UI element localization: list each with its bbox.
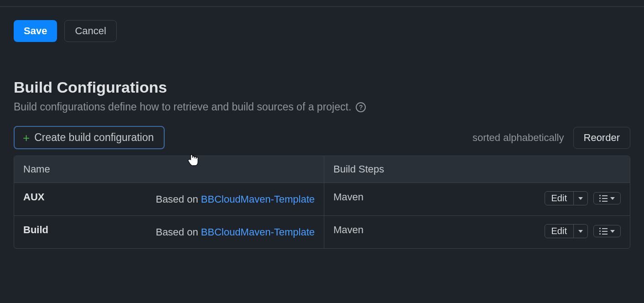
sort-label: sorted alphabetically: [473, 132, 564, 144]
list-menu-button[interactable]: [593, 225, 621, 237]
section-title: Build Configurations: [14, 78, 630, 96]
edit-dropdown-button[interactable]: [573, 225, 587, 238]
plus-icon: +: [23, 132, 30, 144]
table-header: Name Build Steps: [14, 156, 630, 183]
create-build-configuration-button[interactable]: + Create build configuration: [14, 126, 165, 149]
list-icon: [599, 195, 608, 202]
form-actions: Save Cancel: [14, 20, 630, 42]
create-build-configuration-label: Create build configuration: [34, 131, 154, 144]
top-divider: [0, 6, 644, 7]
based-on-prefix: Based on: [156, 193, 201, 205]
cell-steps: Maven Edit: [324, 216, 630, 248]
cell-name: AUX Based on BBCloudMaven-Template: [14, 183, 324, 215]
help-icon[interactable]: ?: [356, 102, 366, 112]
edit-button[interactable]: Edit: [545, 225, 573, 238]
save-button[interactable]: Save: [14, 20, 57, 42]
column-header-name: Name: [14, 156, 324, 183]
section-description: Build configurations define how to retri…: [14, 101, 630, 113]
row-actions: Edit: [545, 224, 621, 238]
row-actions: Edit: [545, 191, 621, 205]
config-name-link[interactable]: Build: [23, 224, 48, 236]
steps-text: Maven: [333, 191, 364, 203]
template-link[interactable]: BBCloudMaven-Template: [201, 193, 315, 205]
column-header-steps: Build Steps: [324, 156, 630, 183]
edit-button-group: Edit: [545, 224, 588, 238]
build-configurations-table: Name Build Steps AUX Based on BBCloudMav…: [14, 156, 630, 249]
table-row: AUX Based on BBCloudMaven-Template Maven…: [14, 183, 630, 216]
list-icon: [599, 228, 608, 235]
sort-controls: sorted alphabetically Reorder: [473, 127, 630, 149]
based-on-prefix: Based on: [156, 226, 201, 238]
chevron-down-icon: [610, 230, 615, 233]
config-name-link[interactable]: AUX: [23, 191, 44, 203]
edit-button[interactable]: Edit: [545, 192, 573, 205]
section-description-text: Build configurations define how to retri…: [14, 101, 351, 113]
chevron-down-icon: [578, 230, 583, 233]
reorder-button[interactable]: Reorder: [573, 127, 630, 149]
based-on-text: Based on BBCloudMaven-Template: [156, 191, 315, 207]
edit-button-group: Edit: [545, 191, 588, 205]
cancel-button[interactable]: Cancel: [64, 20, 116, 42]
steps-text: Maven: [333, 224, 364, 236]
cell-steps: Maven Edit: [324, 183, 630, 215]
based-on-text: Based on BBCloudMaven-Template: [156, 224, 315, 240]
chevron-down-icon: [578, 197, 583, 200]
template-link[interactable]: BBCloudMaven-Template: [201, 226, 315, 238]
config-toolbar: + Create build configuration sorted alph…: [14, 126, 630, 149]
edit-dropdown-button[interactable]: [573, 192, 587, 205]
table-row: Build Based on BBCloudMaven-Template Mav…: [14, 216, 630, 248]
chevron-down-icon: [610, 197, 615, 200]
cell-name: Build Based on BBCloudMaven-Template: [14, 216, 324, 248]
list-menu-button[interactable]: [593, 192, 621, 204]
